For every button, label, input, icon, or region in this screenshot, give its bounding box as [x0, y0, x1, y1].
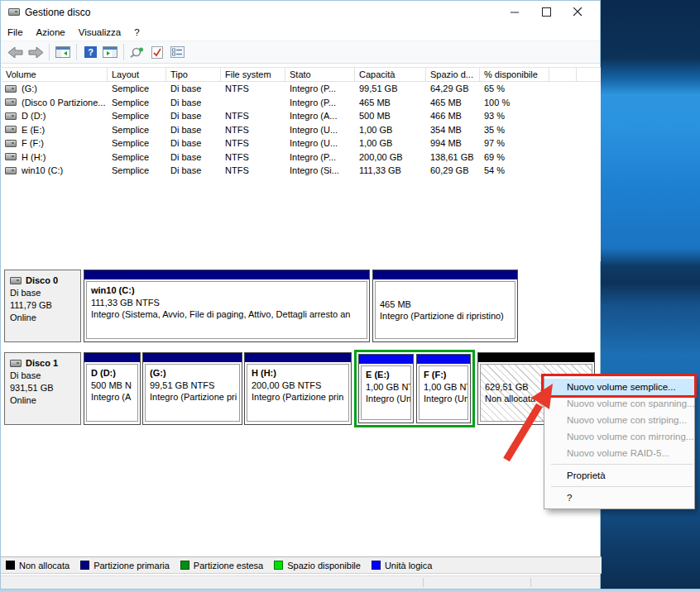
table-row[interactable]: D (D:) Semplice Di base NTFS Integro (A.…: [2, 109, 601, 123]
volume-icon: [5, 85, 17, 93]
menu-azione[interactable]: Azione: [30, 25, 72, 40]
cell-stato: Integro (Si...: [285, 165, 355, 175]
column-header-volume[interactable]: Volume: [2, 68, 108, 81]
cell-fs: NTFS: [221, 84, 285, 93]
cell-layout: Semplice: [108, 84, 166, 93]
column-header-tipo[interactable]: Tipo: [166, 68, 221, 81]
cell-spazio: 465 MB: [426, 98, 480, 107]
partition-status: Integro (Un: [366, 393, 406, 405]
legend-bar: Non allocata Partizione primaria Partizi…: [1, 556, 602, 574]
partition-status: Integro (Partizione pri: [150, 391, 235, 403]
disk-management-window: Gestione disco File Azione Visualizza ?: [0, 0, 601, 589]
legend-item: Partizione primaria: [80, 561, 170, 571]
minimize-button[interactable]: [499, 1, 530, 23]
cell-disponibile: 65 %: [480, 84, 549, 93]
cell-fs: NTFS: [221, 125, 285, 135]
partition-details: 465 MB: [380, 298, 511, 311]
partition-g[interactable]: (G:) 99,51 GB NTFS Integro (Partizione p…: [142, 352, 242, 425]
volume-name: E (E:): [22, 125, 45, 135]
partition-f[interactable]: F (F:) 1,00 GB NT Integro (Un: [416, 354, 471, 423]
action-pane-button[interactable]: [100, 43, 120, 61]
disk-1-row: Disco 1 Di base 931,51 GB Online D (D:) …: [1, 352, 602, 425]
menu-item-new-simple-volume[interactable]: Nuovo volume semplice...: [544, 379, 694, 395]
volume-name: F (F:): [22, 138, 44, 148]
partition-status: Integro (Un: [424, 393, 463, 405]
column-header-capacita[interactable]: Capacità: [355, 68, 426, 81]
column-header-filesystem[interactable]: File system: [221, 68, 285, 81]
partition-details: 1,00 GB NT: [424, 381, 463, 394]
cell-spazio: 138,61 GB: [426, 152, 480, 162]
partition-color-bar: [143, 353, 242, 362]
column-header-spazio[interactable]: Spazio d...: [426, 68, 480, 81]
menu-item-help[interactable]: ?: [544, 489, 694, 506]
maximize-button[interactable]: [530, 1, 562, 23]
console-tree-icon: [55, 46, 70, 58]
volume-name: win10 (C:): [22, 165, 63, 175]
table-row[interactable]: E (E:) Semplice Di base NTFS Integro (U.…: [2, 123, 601, 137]
console-tree-button[interactable]: [53, 43, 73, 61]
disk-size: 111,79 GB: [10, 299, 75, 312]
partition-recovery[interactable]: 465 MB Integro (Partizione di ripristino…: [372, 270, 518, 342]
rescan-button[interactable]: [127, 43, 147, 61]
menu-bar: File Azione Visualizza ?: [1, 23, 600, 41]
check-document-button[interactable]: [147, 43, 167, 61]
column-header-stato[interactable]: Stato: [285, 68, 355, 81]
magnifier-icon: [130, 46, 145, 58]
column-header-disponibile[interactable]: % disponibile: [480, 68, 549, 81]
disk-1-header[interactable]: Disco 1 Di base 931,51 GB Online: [4, 352, 81, 425]
table-row[interactable]: win10 (C:) Semplice Di base NTFS Integro…: [2, 164, 601, 178]
partition-name: win10 (C:): [91, 284, 362, 297]
svg-text:?: ?: [88, 47, 93, 57]
partition-d[interactable]: D (D:) 500 MB N Integro (A: [84, 352, 141, 425]
disk-0-header[interactable]: Disco 0 Di base 111,79 GB Online: [4, 270, 81, 342]
extended-partition-container: E (E:) 1,00 GB NT Integro (Un F (F:) 1,0…: [354, 350, 475, 427]
cell-fs: NTFS: [221, 152, 285, 162]
cell-capacita: 1,00 GB: [355, 125, 426, 135]
menu-file[interactable]: File: [1, 25, 30, 40]
cell-tipo: Di base: [166, 98, 221, 107]
table-row[interactable]: (Disco 0 Partizione... Semplice Di base …: [2, 96, 601, 110]
menu-visualizza[interactable]: Visualizza: [72, 25, 128, 40]
disk-status: Online: [10, 312, 75, 324]
cell-disponibile: 35 %: [480, 125, 549, 135]
cell-capacita: 500 MB: [355, 111, 426, 121]
partition-e[interactable]: E (E:) 1,00 GB NT Integro (Un: [358, 354, 414, 423]
cell-layout: Semplice: [108, 111, 166, 121]
cell-spazio: 994 MB: [426, 138, 480, 148]
toolbar: ?: [1, 41, 600, 64]
cell-disponibile: 54 %: [480, 165, 549, 175]
cell-disponibile: 93 %: [480, 111, 549, 121]
partition-win10-c[interactable]: win10 (C:) 111,33 GB NTFS Integro (Siste…: [84, 270, 370, 342]
partition-h[interactable]: H (H:) 200,00 GB NTFS Integro (Partizion…: [244, 352, 352, 425]
properties-panel-button[interactable]: [167, 43, 187, 61]
cell-tipo: Di base: [166, 152, 221, 162]
help-button[interactable]: ?: [80, 43, 100, 61]
cell-spazio: 64,29 GB: [426, 84, 480, 93]
cell-tipo: Di base: [166, 138, 221, 148]
minimize-icon: [511, 7, 520, 17]
back-button[interactable]: [6, 43, 26, 61]
cell-tipo: Di base: [166, 125, 221, 135]
forward-button[interactable]: [26, 43, 46, 61]
menu-item-properties[interactable]: Proprietà: [544, 467, 694, 484]
partition-details: 500 MB N: [91, 380, 133, 392]
legend-label: Spazio disponibile: [287, 561, 361, 571]
partition-color-bar: [245, 353, 351, 362]
legend-label: Unità logica: [385, 561, 432, 571]
menu-help[interactable]: ?: [127, 25, 146, 40]
column-header-layout[interactable]: Layout: [108, 68, 166, 81]
table-row[interactable]: (G:) Semplice Di base NTFS Integro (P...…: [2, 82, 601, 96]
cell-disponibile: 100 %: [480, 98, 549, 107]
cell-capacita: 99,51 GB: [355, 84, 426, 93]
table-row[interactable]: H (H:) Semplice Di base NTFS Integro (P.…: [2, 150, 601, 165]
volume-list: Volume Layout Tipo File system Stato Cap…: [2, 67, 601, 261]
column-header-filler: [577, 68, 601, 81]
partition-status: Integro (A: [91, 391, 133, 403]
partition-color-bar: [417, 355, 470, 364]
close-button[interactable]: [562, 1, 593, 23]
disk-size: 931,51 GB: [10, 382, 75, 394]
disk-0-row: Disco 0 Di base 111,79 GB Online win10 (…: [1, 270, 602, 342]
table-row[interactable]: F (F:) Semplice Di base NTFS Integro (U.…: [2, 136, 601, 150]
desktop: Gestione disco File Azione Visualizza ?: [0, 0, 700, 592]
partition-color-bar: [478, 353, 594, 362]
